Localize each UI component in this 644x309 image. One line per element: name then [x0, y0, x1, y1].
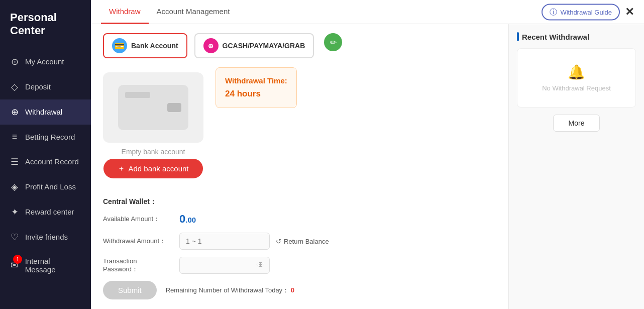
right-panel: Recent Withdrawal 🔔 No Withdrawal Reques… [508, 24, 644, 309]
deposit-icon: ◇ [9, 81, 20, 92]
sidebar-item-label: Profit And Loss [25, 182, 76, 191]
tab-account-management[interactable]: Account Management [149, 0, 238, 24]
bell-icon: 🔔 [568, 64, 585, 80]
sidebar-item-reward-center[interactable]: ✦ Reward center [0, 199, 91, 225]
sidebar-item-internal-message[interactable]: ✉ Internal Message 1 [0, 250, 91, 281]
sidebar-item-label: Reward center [25, 208, 74, 216]
password-input-wrap: 👁 [179, 257, 270, 274]
info-icon: ⓘ [550, 7, 557, 17]
sidebar-item-withdrawal[interactable]: ⊕ Withdrawal [0, 99, 91, 125]
return-balance-label: Return Balance [284, 238, 329, 245]
reward-icon: ✦ [9, 207, 20, 218]
sidebar-nav: ⊙ My Account ◇ Deposit ⊕ Withdrawal ≡ Be… [0, 49, 91, 309]
withdrawal-amount-input[interactable] [179, 233, 270, 250]
withdrawal-amount-label: Withdrawal Amount： [103, 237, 173, 246]
sidebar-item-deposit[interactable]: ◇ Deposit [0, 74, 91, 99]
illustration-box [103, 72, 203, 143]
left-panel: 💳 Bank Account ⊕ GCASH/PAYMAYA/GRAB ✏ Em… [91, 24, 508, 309]
add-icon: ＋ [118, 164, 125, 173]
available-amount-label: Available Amount： [103, 215, 173, 224]
no-withdrawal-box: 🔔 No Withdrawal Request [517, 48, 636, 108]
eye-icon[interactable]: 👁 [257, 261, 265, 270]
available-amount-decimal: .00 [185, 216, 196, 224]
withdrawal-time-value: 24 hours [225, 87, 287, 100]
sidebar-title: PersonalCenter [0, 0, 91, 49]
add-bank-account-button[interactable]: ＋ Add bank account [103, 159, 202, 178]
sidebar-item-label: My Account [25, 57, 64, 66]
content-body: 💳 Bank Account ⊕ GCASH/PAYMAYA/GRAB ✏ Em… [91, 24, 644, 309]
message-badge: 1 [13, 255, 22, 264]
no-request-label: No Withdrawal Request [542, 84, 611, 92]
sidebar-item-account-record[interactable]: ☰ Account Record [0, 149, 91, 174]
my-account-icon: ⊙ [9, 56, 20, 67]
top-right-actions: ⓘ Withdrawal Guide ✕ [542, 4, 634, 20]
sidebar-item-label: Invite friends [25, 233, 68, 241]
payment-methods: 💳 Bank Account ⊕ GCASH/PAYMAYA/GRAB ✏ [103, 33, 496, 58]
remaining-label: Remaining Number of Withdrawal Today： [166, 286, 289, 294]
account-record-icon: ☰ [9, 156, 20, 167]
more-button[interactable]: More [553, 115, 600, 132]
sidebar: PersonalCenter ⊙ My Account ◇ Deposit ⊕ … [0, 0, 91, 309]
remaining-count: 0 [291, 286, 294, 294]
sidebar-item-my-account[interactable]: ⊙ My Account [0, 49, 91, 74]
withdrawal-guide-button[interactable]: ⓘ Withdrawal Guide [542, 4, 620, 20]
sidebar-item-label: Account Record [25, 157, 79, 166]
sidebar-item-betting-record[interactable]: ≡ Betting Record [0, 125, 91, 149]
recent-withdrawal-title: Recent Withdrawal [517, 32, 636, 41]
card-mock [118, 85, 188, 130]
remaining-text: Remaining Number of Withdrawal Today： 0 [166, 286, 294, 295]
bank-illustration: Empty bank account ＋ Add bank account [103, 67, 203, 188]
sidebar-item-label: Withdrawal [25, 108, 62, 116]
return-icon: ↺ [276, 238, 281, 245]
gcash-button[interactable]: ⊕ GCASH/PAYMAYA/GRAB [194, 33, 314, 58]
main-content: Withdraw Account Management ⓘ Withdrawal… [91, 0, 644, 309]
transaction-password-row: Transaction Password： 👁 [103, 257, 496, 274]
bank-account-icon: 💳 [112, 38, 127, 53]
bank-account-button[interactable]: 💳 Bank Account [103, 33, 187, 58]
betting-record-icon: ≡ [9, 132, 20, 142]
withdrawal-amount-row: Withdrawal Amount： ↺ Return Balance [103, 233, 496, 250]
gcash-icon: ⊕ [203, 38, 219, 53]
tab-withdraw[interactable]: Withdraw [101, 0, 149, 24]
return-balance-button[interactable]: ↺ Return Balance [276, 238, 329, 245]
available-amount-row: Available Amount： 0.00 [103, 213, 496, 226]
central-wallet-label: Central Wallet： [103, 197, 496, 207]
edit-icon[interactable]: ✏ [324, 33, 342, 51]
recent-withdrawal-label: Recent Withdrawal [522, 33, 589, 41]
add-bank-label: Add bank account [128, 164, 188, 173]
available-amount-value: 0.00 [179, 213, 196, 226]
transaction-password-input[interactable] [179, 257, 270, 274]
withdrawal-guide-label: Withdrawal Guide [560, 8, 612, 16]
form-section: Central Wallet： Available Amount： 0.00 W… [103, 197, 496, 299]
submit-button[interactable]: Submit [103, 281, 157, 299]
sidebar-item-label: Betting Record [25, 133, 75, 141]
bank-account-label: Bank Account [131, 42, 178, 50]
submit-row: Submit Remaining Number of Withdrawal To… [103, 281, 496, 299]
withdrawal-icon: ⊕ [9, 107, 20, 118]
sidebar-item-invite-friends[interactable]: ♡ Invite friends [0, 225, 91, 250]
close-button[interactable]: ✕ [625, 6, 634, 19]
empty-bank-label: Empty bank account [122, 148, 185, 156]
sidebar-item-profit-and-loss[interactable]: ◈ Profit And Loss [0, 174, 91, 199]
gcash-label: GCASH/PAYMAYA/GRAB [223, 42, 305, 50]
transaction-password-label: Transaction Password： [103, 257, 173, 274]
sidebar-item-label: Internal Message [25, 257, 82, 274]
tabs-bar: Withdraw Account Management ⓘ Withdrawal… [91, 0, 644, 24]
profit-loss-icon: ◈ [9, 181, 20, 192]
sidebar-item-label: Deposit [25, 82, 51, 91]
invite-icon: ♡ [9, 232, 20, 243]
withdrawal-time-box: Withdrawal Time: 24 hours [216, 67, 297, 108]
available-amount-integer: 0 [179, 213, 185, 225]
withdrawal-time-label: Withdrawal Time: [225, 75, 287, 87]
